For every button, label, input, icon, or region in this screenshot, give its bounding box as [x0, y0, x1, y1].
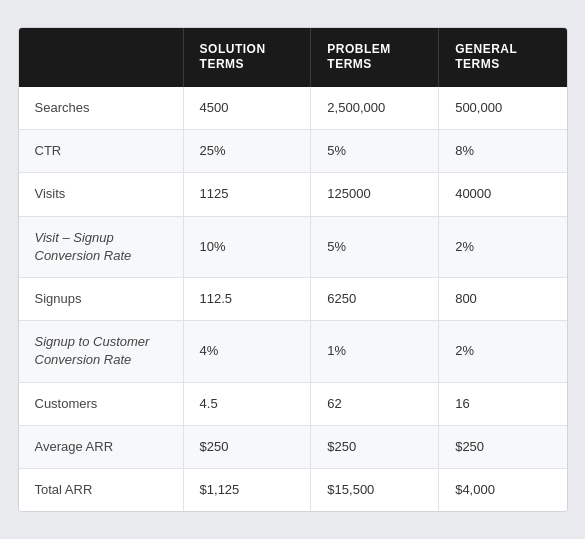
cell-general: $250	[439, 425, 567, 468]
header-solution: SOLUTIONTERMS	[183, 28, 311, 87]
row-label: Average ARR	[19, 425, 184, 468]
row-label: Total ARR	[19, 468, 184, 511]
table-row: Visit – SignupConversion Rate 10% 5% 2%	[19, 216, 567, 277]
cell-problem: $250	[311, 425, 439, 468]
cell-general: 8%	[439, 130, 567, 173]
comparison-table: SOLUTIONTERMS PROBLEMTERMS GENERALTERMS …	[18, 27, 568, 512]
cell-problem: 5%	[311, 216, 439, 277]
row-label: Signup to CustomerConversion Rate	[19, 321, 184, 382]
table-row: Customers 4.5 62 16	[19, 382, 567, 425]
row-label: Customers	[19, 382, 184, 425]
cell-problem: 5%	[311, 130, 439, 173]
cell-problem: 125000	[311, 173, 439, 216]
cell-solution: 10%	[183, 216, 311, 277]
row-label: Signups	[19, 278, 184, 321]
table-row: Signups 112.5 6250 800	[19, 278, 567, 321]
cell-solution: 4%	[183, 321, 311, 382]
table-row: Signup to CustomerConversion Rate 4% 1% …	[19, 321, 567, 382]
cell-general: 40000	[439, 173, 567, 216]
header-general: GENERALTERMS	[439, 28, 567, 87]
table-row: Total ARR $1,125 $15,500 $4,000	[19, 468, 567, 511]
cell-solution: $1,125	[183, 468, 311, 511]
cell-general: 16	[439, 382, 567, 425]
cell-problem: 1%	[311, 321, 439, 382]
cell-general: 500,000	[439, 87, 567, 130]
cell-general: 2%	[439, 321, 567, 382]
cell-solution: 25%	[183, 130, 311, 173]
header-problem: PROBLEMTERMS	[311, 28, 439, 87]
table-row: CTR 25% 5% 8%	[19, 130, 567, 173]
table-row: Average ARR $250 $250 $250	[19, 425, 567, 468]
header-category	[19, 28, 184, 87]
row-label: Visits	[19, 173, 184, 216]
cell-problem: $15,500	[311, 468, 439, 511]
row-label: Visit – SignupConversion Rate	[19, 216, 184, 277]
cell-problem: 6250	[311, 278, 439, 321]
cell-problem: 62	[311, 382, 439, 425]
table-row: Searches 4500 2,500,000 500,000	[19, 87, 567, 130]
cell-general: $4,000	[439, 468, 567, 511]
cell-solution: 4500	[183, 87, 311, 130]
cell-solution: 112.5	[183, 278, 311, 321]
cell-general: 2%	[439, 216, 567, 277]
table-row: Visits 1125 125000 40000	[19, 173, 567, 216]
row-label: CTR	[19, 130, 184, 173]
cell-problem: 2,500,000	[311, 87, 439, 130]
cell-solution: 1125	[183, 173, 311, 216]
row-label: Searches	[19, 87, 184, 130]
table-header-row: SOLUTIONTERMS PROBLEMTERMS GENERALTERMS	[19, 28, 567, 87]
cell-solution: $250	[183, 425, 311, 468]
cell-general: 800	[439, 278, 567, 321]
cell-solution: 4.5	[183, 382, 311, 425]
